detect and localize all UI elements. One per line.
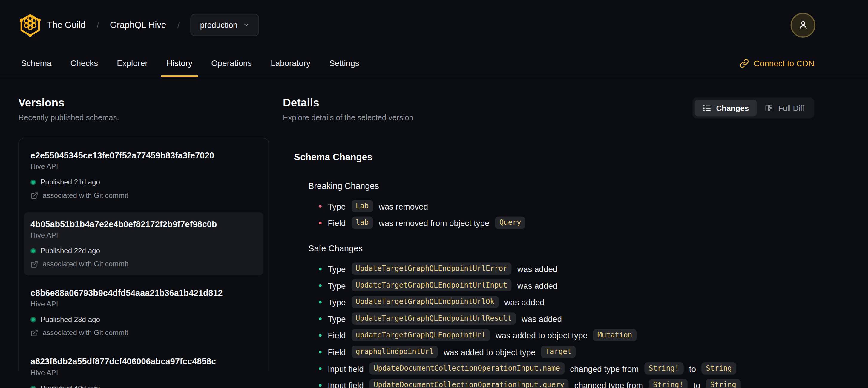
safe-change-item: Input fieldUpdateDocumentCollectionOpera…	[319, 360, 814, 377]
published-status-dot	[30, 317, 36, 323]
tab-operations[interactable]: Operations	[206, 50, 257, 77]
code-badge: UpdateTargetGraphQLEndpointUrlResult	[351, 312, 516, 325]
change-text: changed type from	[575, 380, 643, 388]
breadcrumb-project[interactable]: GraphQL Hive	[110, 20, 166, 30]
schema-changes-title: Schema Changes	[294, 152, 814, 163]
change-text: was added	[517, 281, 557, 290]
details-subtitle: Explore details of the selected version	[283, 112, 413, 122]
change-text: Type	[328, 202, 346, 211]
link-chain-icon	[740, 59, 749, 68]
user-avatar-button[interactable]	[790, 12, 815, 37]
change-text: was added to object type	[496, 331, 588, 340]
external-link-icon	[30, 260, 38, 268]
published-row: Published 21d ago	[30, 178, 257, 187]
app-window: The Guild / GraphQL Hive / production	[0, 0, 868, 388]
tab-laboratory[interactable]: Laboratory	[265, 50, 316, 77]
details-panel: Details Explore details of the selected …	[283, 96, 814, 388]
safe-bullet-icon	[319, 350, 322, 353]
code-badge: UpdateTargetGraphQLEndpointUrlOk	[351, 296, 499, 308]
tab-explorer[interactable]: Explorer	[112, 50, 154, 77]
change-text: Type	[328, 297, 346, 307]
breaking-changes-list: TypeLabwas removedFieldlabwas removed fr…	[308, 198, 814, 231]
change-text: was removed from object type	[379, 218, 490, 228]
breadcrumb-separator: /	[177, 20, 180, 30]
breadcrumb-separator: /	[96, 20, 99, 30]
hive-logo[interactable]	[18, 13, 42, 37]
safe-change-item: FieldupdateTargetGraphQLEndpointUrlwas a…	[319, 327, 814, 344]
change-text: was added	[522, 314, 562, 323]
safe-bullet-icon	[319, 384, 322, 386]
change-text: Field	[328, 347, 346, 357]
versions-subtitle: Recently published schemas.	[18, 112, 269, 122]
code-badge: Mutation	[593, 329, 637, 341]
git-commit-row[interactable]: associated with Git commit	[30, 260, 257, 269]
change-text: to	[693, 380, 700, 388]
tab-checks[interactable]: Checks	[65, 50, 104, 77]
version-hash: c8b6e88a06793b9c4dfd54aaa21b36a1b421d812	[30, 288, 257, 299]
hive-hexagon-icon	[18, 13, 42, 37]
change-text: was added to object type	[443, 347, 535, 357]
versions-title: Versions	[18, 96, 269, 109]
change-text: was added	[504, 297, 544, 307]
full-diff-view-button[interactable]: Full Diff	[756, 100, 812, 117]
nav-row: SchemaChecksExplorerHistoryOperationsLab…	[0, 50, 868, 77]
safe-bullet-icon	[319, 367, 322, 370]
change-text: Field	[328, 218, 346, 228]
code-badge: updateTargetGraphQLEndpointUrl	[351, 329, 490, 341]
chevron-down-icon	[243, 22, 250, 28]
git-commit-text: associated with Git commit	[43, 191, 128, 200]
version-card[interactable]: a823f6db2a55df877dcf406006abca97fcc4858c…	[24, 350, 264, 388]
version-hash: e2e55045345ce13fe07f52a77459b83fa3fe7020	[30, 150, 257, 161]
tab-schema[interactable]: Schema	[16, 50, 57, 77]
code-badge: String!	[648, 379, 688, 388]
published-text: Published 22d ago	[40, 247, 100, 256]
breaking-changes-title: Breaking Changes	[308, 181, 814, 191]
external-link-icon	[30, 329, 38, 337]
version-card[interactable]: 4b05ab51b1b4a7e2e4b0ef82172f2b9f7ef98c0b…	[24, 212, 264, 275]
breadcrumb-org[interactable]: The Guild	[47, 20, 86, 30]
changes-view-button[interactable]: Changes	[694, 100, 756, 117]
breaking-changes-group: Breaking Changes TypeLabwas removedField…	[308, 181, 814, 231]
code-badge: UpdateTargetGraphQLEndpointUrlInput	[351, 279, 512, 292]
tab-settings[interactable]: Settings	[324, 50, 365, 77]
safe-changes-group: Safe Changes TypeUpdateTargetGraphQLEndp…	[308, 243, 814, 388]
published-status-dot	[30, 386, 36, 388]
safe-bullet-icon	[319, 267, 322, 270]
change-text: to	[689, 364, 696, 374]
primary-nav: SchemaChecksExplorerHistoryOperationsLab…	[16, 50, 365, 77]
code-badge: UpdateDocumentCollectionOperationInput.n…	[369, 362, 564, 375]
target-select[interactable]: production	[191, 14, 259, 36]
breaking-change-item: TypeLabwas removed	[319, 198, 814, 215]
version-card[interactable]: e2e55045345ce13fe07f52a77459b83fa3fe7020…	[24, 144, 264, 207]
published-text: Published 21d ago	[40, 178, 100, 187]
tab-history[interactable]: History	[161, 50, 198, 77]
change-text: Input field	[328, 364, 364, 374]
code-badge: UpdateDocumentCollectionOperationInput.q…	[369, 379, 569, 388]
code-badge: Lab	[351, 200, 373, 212]
diff-columns-icon	[764, 104, 773, 113]
connect-cdn-link[interactable]: Connect to CDN	[740, 50, 814, 77]
code-badge: String!	[644, 362, 683, 375]
safe-change-item: TypeUpdateTargetGraphQLEndpointUrlOkwas …	[319, 294, 814, 310]
code-badge: Target	[541, 346, 576, 358]
safe-bullet-icon	[319, 317, 322, 320]
git-commit-row[interactable]: associated with Git commit	[30, 329, 257, 337]
change-text: was added	[517, 264, 557, 273]
version-hash: 4b05ab51b1b4a7e2e4b0ef82172f2b9f7ef98c0b	[30, 219, 257, 230]
header-top-row: The Guild / GraphQL Hive / production	[0, 0, 868, 50]
version-service: Hive API	[30, 300, 257, 309]
published-row: Published 40d ago	[30, 384, 257, 388]
version-list: e2e55045345ce13fe07f52a77459b83fa3fe7020…	[18, 138, 269, 370]
git-commit-row[interactable]: associated with Git commit	[30, 191, 257, 200]
version-card[interactable]: c8b6e88a06793b9c4dfd54aaa21b36a1b421d812…	[24, 281, 264, 344]
view-toggle: ChangesFull Diff	[692, 97, 814, 118]
connect-cdn-label: Connect to CDN	[754, 59, 814, 68]
version-hash: a823f6db2a55df877dcf406006abca97fcc4858c	[30, 356, 257, 367]
version-service: Hive API	[30, 162, 257, 171]
change-text: Type	[328, 314, 346, 323]
safe-bullet-icon	[319, 334, 322, 336]
published-row: Published 22d ago	[30, 247, 257, 256]
view-button-label: Changes	[716, 104, 749, 113]
breaking-change-item: Fieldlabwas removed from object typeQuer…	[319, 214, 814, 231]
safe-changes-title: Safe Changes	[308, 243, 814, 254]
